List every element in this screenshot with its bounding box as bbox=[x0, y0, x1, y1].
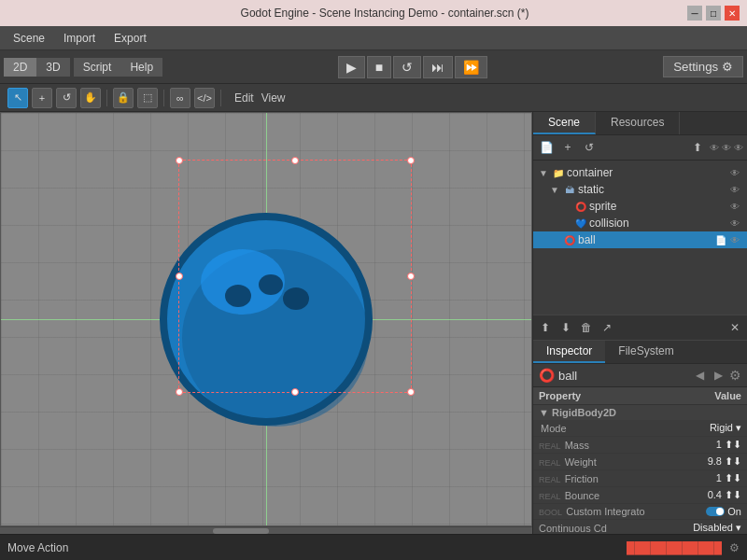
collision-icon: 💙 bbox=[574, 217, 587, 230]
sprite-icon: ⭕ bbox=[574, 200, 587, 213]
status-settings-icon[interactable]: ⚙ bbox=[729, 541, 740, 554]
tab-resources[interactable]: Resources bbox=[596, 112, 680, 134]
delete-panel-button[interactable]: 🗑 bbox=[578, 319, 595, 336]
maximize-button[interactable]: □ bbox=[706, 6, 721, 21]
titlebar-title: Godot Engine - Scene Instancing Demo - c… bbox=[82, 7, 687, 20]
select-tool[interactable]: ↖ bbox=[7, 88, 28, 108]
handle-bottom-right[interactable] bbox=[407, 388, 415, 396]
expand-arrow-static[interactable]: ▼ bbox=[550, 185, 561, 195]
reset-button[interactable]: ↺ bbox=[393, 56, 421, 78]
tree-item-ball[interactable]: ▶ ⭕ ball 📄 👁 bbox=[533, 231, 747, 248]
main-toolbar: 2D 3D Script Help ▶ ■ ↺ ⏭ ⏩ Settings ⚙ bbox=[0, 50, 747, 84]
close-panel-button[interactable]: ✕ bbox=[726, 319, 743, 336]
canvas-inner bbox=[1, 113, 531, 525]
close-button[interactable]: ✕ bbox=[725, 6, 740, 21]
tool-separator-2 bbox=[163, 90, 164, 106]
svg-point-6 bbox=[283, 287, 309, 310]
handle-top-center[interactable] bbox=[291, 157, 299, 164]
visibility-eye-ball[interactable]: 👁 bbox=[730, 235, 743, 245]
section-rigidbody2d: ▼ RigidBody2D bbox=[533, 405, 747, 421]
rotate-tool[interactable]: ↺ bbox=[56, 88, 77, 108]
add-tool[interactable]: + bbox=[32, 88, 52, 108]
scene-tree: ▼ 📁 container 👁 ▼ 🏔 static 👁 ▶ ⭕ sprite … bbox=[533, 161, 747, 315]
tab-script[interactable]: Script bbox=[74, 58, 121, 77]
tab-scene[interactable]: Scene bbox=[533, 112, 596, 134]
minimize-button[interactable]: ─ bbox=[687, 6, 702, 21]
move-up-button[interactable]: ⬆ bbox=[688, 138, 707, 157]
settings-button[interactable]: Settings ⚙ bbox=[663, 56, 743, 77]
prop-bounce: REAL Bounce 0.4 ⬆⬇ bbox=[533, 487, 747, 504]
prop-mass: REAL Mass 1 ⬆⬇ bbox=[533, 437, 747, 454]
main-area: Scene Resources 📄 + ↺ ⬆ 👁 👁 👁 ▼ 📁 contai… bbox=[0, 112, 747, 534]
status-text: Move Action bbox=[7, 541, 619, 554]
prop-mode: Mode Rigid ▾ bbox=[533, 420, 747, 437]
tab-filesystem[interactable]: FileSystem bbox=[605, 341, 686, 363]
statusbar: Move Action ████████████ ⚙ bbox=[0, 534, 747, 560]
handle-top-left[interactable] bbox=[176, 157, 183, 164]
ball-svg bbox=[154, 207, 378, 431]
group-tool[interactable]: ⬚ bbox=[137, 88, 158, 108]
prop-friction: REAL Friction 1 ⬆⬇ bbox=[533, 470, 747, 487]
inspector-prev-button[interactable]: ◀ bbox=[692, 369, 707, 382]
visibility-eye-collision[interactable]: 👁 bbox=[730, 218, 743, 229]
scene-resource-tabs: Scene Resources bbox=[533, 112, 747, 135]
menu-scene[interactable]: Scene bbox=[4, 30, 54, 47]
export-panel-button[interactable]: ↗ bbox=[599, 319, 615, 336]
menu-export[interactable]: Export bbox=[105, 30, 156, 47]
scroll-thumb[interactable] bbox=[213, 528, 269, 534]
inspector-scroll[interactable]: Property Value ▼ RigidBody2D Mode Rigid … bbox=[533, 387, 747, 534]
stop-button[interactable]: ■ bbox=[367, 56, 391, 78]
edit-menu[interactable]: Edit bbox=[234, 91, 254, 105]
prop-weight: REAL Weight 9.8 ⬆⬇ bbox=[533, 454, 747, 470]
tab-2d[interactable]: 2D bbox=[4, 58, 36, 77]
titlebar: Godot Engine - Scene Instancing Demo - c… bbox=[0, 0, 747, 26]
step-button[interactable]: ⏭ bbox=[423, 56, 453, 78]
ball-scene-icon: 📄 bbox=[715, 235, 726, 245]
menubar: Scene Import Export bbox=[0, 26, 747, 50]
scene-toolbar: 📄 + ↺ ⬆ 👁 👁 👁 bbox=[533, 135, 747, 161]
inspector-next-button[interactable]: ▶ bbox=[711, 369, 726, 382]
expand-arrow-sprite: ▶ bbox=[561, 202, 572, 212]
svg-point-4 bbox=[225, 285, 251, 307]
expand-arrow-container[interactable]: ▼ bbox=[539, 168, 550, 178]
custom-integrato-toggle[interactable] bbox=[706, 507, 725, 516]
status-error[interactable]: ████████████ bbox=[627, 541, 722, 554]
instance-button[interactable]: ↺ bbox=[580, 138, 599, 157]
play-button[interactable]: ▶ bbox=[338, 56, 365, 78]
tree-item-container[interactable]: ▼ 📁 container 👁 bbox=[533, 164, 747, 181]
panel-divider: ⬆ ⬇ 🗑 ↗ ✕ bbox=[533, 315, 747, 341]
properties-table: Property Value ▼ RigidBody2D Mode Rigid … bbox=[533, 387, 747, 534]
tab-3d[interactable]: 3D bbox=[36, 58, 69, 77]
canvas-area[interactable] bbox=[0, 112, 532, 526]
prop-col-header: Property bbox=[533, 387, 675, 405]
move-up-panel-button[interactable]: ⬆ bbox=[537, 319, 554, 336]
tree-item-static[interactable]: ▼ 🏔 static 👁 bbox=[533, 181, 747, 198]
menu-import[interactable]: Import bbox=[54, 30, 105, 47]
add-node-button[interactable]: + bbox=[558, 138, 577, 157]
tab-inspector[interactable]: Inspector bbox=[533, 341, 605, 363]
canvas-scrollbar[interactable] bbox=[0, 526, 532, 534]
mode-tabs: 2D 3D Script Help bbox=[4, 58, 162, 77]
edit-view-menu: Edit View bbox=[234, 91, 285, 105]
visibility-eye-static[interactable]: 👁 bbox=[730, 185, 743, 195]
view-menu[interactable]: View bbox=[261, 91, 286, 105]
tree-item-collision[interactable]: ▶ 💙 collision 👁 bbox=[533, 215, 747, 231]
playback-controls: ▶ ■ ↺ ⏭ ⏩ bbox=[166, 56, 659, 78]
move-down-panel-button[interactable]: ⬇ bbox=[557, 319, 574, 336]
container-icon: 📁 bbox=[552, 166, 565, 179]
inspector-gear-button[interactable]: ⚙ bbox=[729, 368, 741, 383]
handle-top-right[interactable] bbox=[407, 157, 415, 164]
forward-button[interactable]: ⏩ bbox=[455, 56, 487, 78]
pan-tool[interactable]: ✋ bbox=[80, 88, 101, 108]
new-scene-button[interactable]: 📄 bbox=[537, 138, 556, 157]
visibility-eye-container[interactable]: 👁 bbox=[730, 168, 743, 178]
link-tool[interactable]: ∞ bbox=[170, 88, 190, 108]
prop-custom-integrato: BOOL Custom Integrato On bbox=[533, 504, 747, 520]
code-tool[interactable]: </> bbox=[194, 88, 215, 108]
visibility-eye-sprite[interactable]: 👁 bbox=[730, 202, 743, 212]
tree-item-sprite[interactable]: ▶ ⭕ sprite 👁 bbox=[533, 198, 747, 215]
tab-help[interactable]: Help bbox=[120, 58, 162, 77]
lock-tool[interactable]: 🔒 bbox=[113, 88, 134, 108]
inspector-object-name: ball bbox=[558, 369, 688, 383]
handle-middle-right[interactable] bbox=[407, 273, 415, 280]
